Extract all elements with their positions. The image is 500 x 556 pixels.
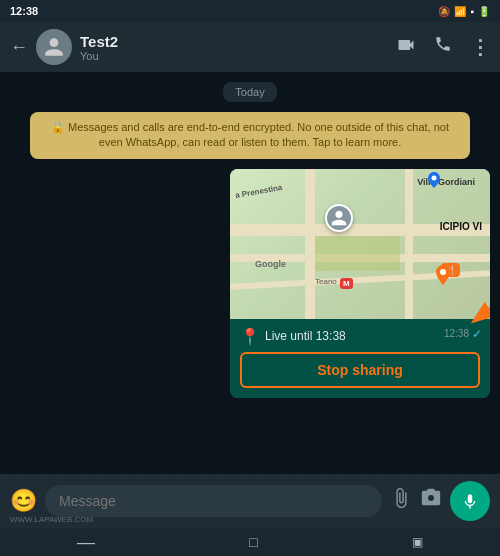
camera-icon[interactable] xyxy=(420,487,442,515)
wifi-icon: ▪ xyxy=(470,6,474,17)
municipio-label: ICIPIO VI xyxy=(440,221,482,232)
chat-area: Today 🔒 Messages and calls are end-to-en… xyxy=(0,72,500,474)
location-pin-icon: 📍 xyxy=(240,327,260,346)
status-bar: 12:38 🔕 📶 ▪ 🔋 xyxy=(0,0,500,22)
phone-call-icon[interactable] xyxy=(434,35,452,59)
emoji-icon[interactable]: 😊 xyxy=(10,488,37,514)
live-text: Live until 13:38 xyxy=(265,329,346,343)
bubble-info: 📍 Live until 13:38 12:38 ✓ Stop sharing xyxy=(230,319,490,398)
status-time: 12:38 xyxy=(10,5,38,17)
user-location-pin xyxy=(325,204,353,232)
attach-icon[interactable] xyxy=(390,487,412,515)
message-time: 12:38 ✓ xyxy=(444,327,482,341)
nav-recents-icon[interactable]: ▣ xyxy=(412,535,423,549)
encryption-notice[interactable]: 🔒 Messages and calls are end-to-end encr… xyxy=(30,112,470,159)
contact-info: Test2 You xyxy=(80,33,388,62)
nav-back-icon[interactable]: — xyxy=(77,532,95,553)
contact-name: Test2 xyxy=(80,33,388,50)
contact-status: You xyxy=(80,50,388,62)
signal-icon: 📶 xyxy=(454,6,466,17)
timestamp: 12:38 xyxy=(444,328,469,339)
map-container: a Prenestina Villa Gordiani ICIPIO VI Go… xyxy=(230,169,490,319)
status-icons: 🔕 📶 ▪ 🔋 xyxy=(438,6,490,17)
message-wrapper: a Prenestina Villa Gordiani ICIPIO VI Go… xyxy=(10,169,490,398)
chat-header: ← Test2 You ⋮ xyxy=(0,22,500,72)
nav-bar: — □ ▣ xyxy=(0,528,500,556)
mic-button[interactable] xyxy=(450,481,490,521)
orange-pin xyxy=(436,265,450,289)
avatar-person-icon xyxy=(43,36,65,58)
blue-pin xyxy=(428,172,440,192)
avatar xyxy=(36,29,72,65)
notification-icon: 🔕 xyxy=(438,6,450,17)
date-badge: Today xyxy=(10,82,490,102)
video-call-icon[interactable] xyxy=(396,35,416,59)
svg-point-1 xyxy=(440,269,446,275)
nav-home-icon[interactable]: □ xyxy=(249,534,257,550)
read-tick-icon: ✓ xyxy=(472,327,482,341)
message-bubble: a Prenestina Villa Gordiani ICIPIO VI Go… xyxy=(230,169,490,398)
header-icons: ⋮ xyxy=(396,35,490,59)
message-input[interactable] xyxy=(45,485,382,517)
metro-icon: M xyxy=(340,278,353,289)
menu-icon[interactable]: ⋮ xyxy=(470,35,490,59)
villa-label: Villa Gordiani xyxy=(417,177,475,187)
svg-point-0 xyxy=(432,175,437,180)
google-label: Google xyxy=(255,259,286,269)
stop-sharing-button[interactable]: Stop sharing xyxy=(240,352,480,388)
watermark: WWW.LAPAWEB.COM xyxy=(10,515,93,524)
teano-label: Teano xyxy=(315,277,337,286)
battery-icon: 🔋 xyxy=(478,6,490,17)
back-button[interactable]: ← xyxy=(10,37,28,58)
